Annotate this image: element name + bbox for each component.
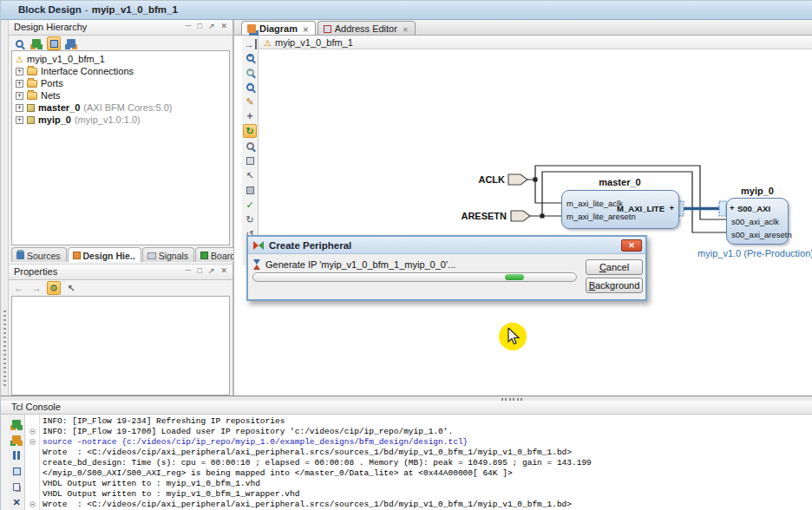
maximize-icon[interactable] [197,266,201,275]
add-ip-icon[interactable] [243,154,257,167]
panel-window-controls [179,22,227,30]
tree-root-item[interactable]: myip_v1_0_bfm_1 [12,53,229,65]
dock-icon[interactable]: → [243,39,257,49]
close-tab-icon[interactable] [401,23,409,34]
copy-icon[interactable] [10,480,23,494]
window-title: Block Design [18,4,82,15]
properties-settings-icon[interactable] [47,281,61,295]
close-icon[interactable] [220,266,227,275]
design-hierarchy-title: Design Hierarchy [14,22,87,32]
tab-diagram[interactable]: Diagram [241,21,316,35]
tree-item-label: master_0 [38,102,80,113]
validate-design-icon[interactable]: ✓ [243,198,257,212]
tcl-console-output[interactable]: INFO: [IP_Flow 19-234] Refreshing IP rep… [25,415,812,510]
pointer-mode-icon[interactable]: ↖ [243,168,257,182]
zoom-out-icon[interactable]: − [243,65,257,79]
tab-label: Design Hie.. [83,251,135,261]
maximize-icon[interactable] [197,22,201,30]
zoom-fit-icon[interactable]: □ [243,80,257,94]
scroll-lock-icon[interactable] [10,433,23,447]
expand-bus-plus-icon[interactable]: + [730,203,735,212]
select-area-icon[interactable]: ✎ [243,95,257,108]
collapse-marker-icon[interactable] [29,501,36,507]
tab-label: Sources [27,251,61,261]
zoom-in-icon[interactable]: + [243,50,257,64]
tree-item-detail: (AXI BFM Cores:5.0) [83,102,172,113]
master-0-block[interactable]: m_axi_lite_aclk m_axi_lite_aresetn M_AXI… [561,190,679,229]
tab-design-hierarchy[interactable]: Design Hie.. [68,247,141,262]
close-tab-icon[interactable] [301,23,309,34]
pause-output-icon[interactable] [10,448,23,462]
maximize-console-icon[interactable] [10,417,23,431]
master-block-title: master_0 [560,177,679,187]
dialog-close-button[interactable] [621,239,642,252]
clear-console-icon[interactable] [10,495,23,509]
float-icon[interactable] [208,22,215,30]
myip-0-block[interactable]: + S00_AXI s00_axi_aclk s00_axi_aresetn [726,198,789,245]
folder-icon [27,92,37,100]
properties-panel: Properties ← → [9,264,233,398]
expand-plus-icon[interactable] [16,92,23,100]
regenerate-layout-icon[interactable]: ↻ [243,212,257,226]
dock-drag-handle[interactable] [3,311,6,389]
dialog-title: Create Peripheral [269,240,351,251]
ip-core-icon [27,104,35,112]
tab-address-editor[interactable]: Address Editor [318,21,416,35]
minimize-icon[interactable] [185,22,191,30]
forward-arrow-icon[interactable]: → [29,281,43,295]
back-arrow-icon[interactable]: ← [12,281,26,295]
board-icon [200,252,208,259]
tree-item-detail: (myip_v1.0:1.0) [75,114,141,125]
address-editor-icon [324,25,331,33]
tree-item-master-0[interactable]: master_0 (AXI BFM Cores:5.0) [12,101,229,114]
aresetn-port-label[interactable]: ARESETN [444,211,507,221]
progress-bar [252,272,577,282]
diagram-icon [247,24,256,33]
magnify-icon[interactable] [243,139,257,153]
search-icon[interactable] [12,36,26,50]
port-m-axi-lite[interactable]: M_AXI_LITE [617,204,665,213]
port-s00-axi-aresetn[interactable]: s00_axi_aresetn [731,230,792,239]
collapse-marker-icon[interactable] [29,428,36,435]
breadcrumb[interactable]: myip_v1_0_bfm_1 [275,37,353,48]
console-line: Wrote : <C:/videos/cip/axi_peripheral/ax… [43,500,572,510]
fit-view-icon[interactable]: + [243,109,257,123]
close-icon[interactable] [220,22,227,30]
float-icon[interactable] [208,266,215,275]
minimize-icon[interactable] [185,266,191,275]
console-line: Wrote : <C:/videos/cip/axi_peripheral/ax… [43,448,572,458]
cancel-button[interactable]: Cancel [586,259,643,275]
warning-icon [264,37,272,48]
expand-plus-icon[interactable] [16,104,23,112]
port-m-axi-lite-aclk[interactable]: m_axi_lite_aclk [566,199,623,208]
tab-sources[interactable]: Sources [11,247,67,262]
collapse-all-icon[interactable] [47,36,61,50]
tab-signals[interactable]: Signals [142,247,194,262]
warning-icon [16,54,23,64]
aclk-port-label[interactable]: ACLK [455,174,505,185]
console-line: INFO: [IP_Flow 19-1700] Loaded user IP r… [43,427,453,437]
expand-plus-icon[interactable] [16,116,23,124]
properties-toolbar: ← → [12,281,78,295]
ip-properties-icon[interactable] [243,183,257,197]
dialog-titlebar[interactable]: Create Peripheral [248,237,645,254]
expand-plus-icon[interactable] [16,80,23,88]
tree-item-nets[interactable]: Nets [12,89,229,101]
tree-item-myip-0[interactable]: myip_0 (myip_v1.0:1.0) [12,114,229,126]
editor-tabbar: Diagram Address Editor [234,20,812,36]
autofit-selection-icon[interactable]: ↻ [243,124,257,138]
background-button[interactable]: Background [586,278,643,293]
title-separator: - [85,4,88,15]
port-s00-axi-aclk[interactable]: s00_axi_aclk [731,217,779,226]
expand-bus-plus-icon[interactable]: + [669,203,674,212]
show-hierarchy-icon[interactable] [64,36,78,50]
select-pointer-icon[interactable] [64,281,78,295]
tree-item-interface-connections[interactable]: Interface Connections [12,65,229,77]
journal-icon[interactable] [10,464,23,478]
folder-icon [27,68,37,75]
expand-plus-icon[interactable] [16,68,23,75]
tree-item-ports[interactable]: Ports [12,77,229,89]
port-s00-axi[interactable]: S00_AXI [737,204,770,213]
expand-all-icon[interactable] [29,36,43,50]
collapse-marker-icon[interactable] [29,439,36,445]
